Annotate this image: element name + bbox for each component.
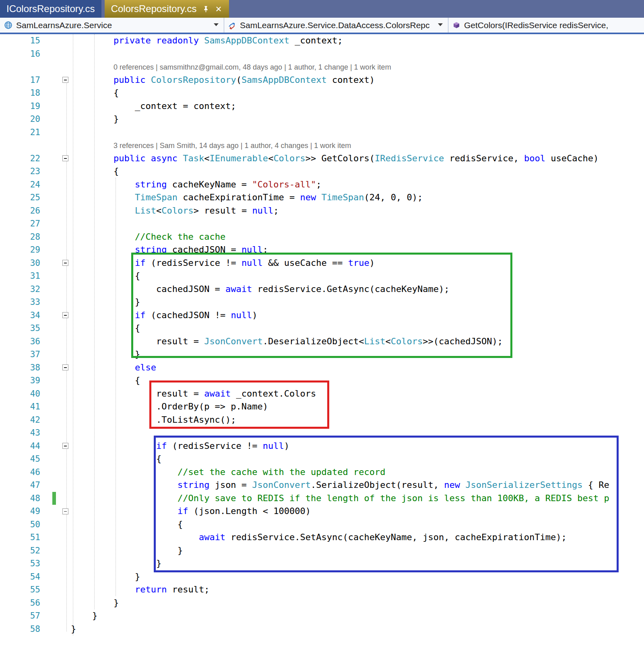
collapse-region-button[interactable]	[62, 312, 68, 318]
code-row[interactable]: 54 }	[0, 570, 644, 584]
code-text-cell[interactable]: //set the cache with the updated record	[71, 466, 644, 479]
code-text-cell[interactable]: if (redisService != null && useCache == …	[71, 257, 644, 270]
code-row[interactable]: 16	[0, 47, 644, 61]
code-row[interactable]: 23 {	[0, 165, 644, 178]
code-text-cell[interactable]: {	[71, 165, 644, 178]
code-text-cell[interactable]: }	[71, 596, 644, 610]
code-text-cell[interactable]: .ToListAsync();	[71, 413, 644, 427]
code-row[interactable]: 19 _context = context;	[0, 100, 644, 113]
pin-icon[interactable]	[202, 6, 209, 12]
code-editor[interactable]: 15 private readonly SamsAppDBContext _co…	[0, 34, 644, 656]
code-row[interactable]: 39 {	[0, 374, 644, 387]
code-text-cell[interactable]	[71, 47, 644, 61]
code-row[interactable]: 48 //Only save to REDIS if the length of…	[0, 492, 644, 505]
code-text-cell[interactable]: }	[71, 557, 644, 570]
code-row[interactable]: 28 //Check the cache	[0, 230, 644, 244]
code-text-cell[interactable]: }	[71, 623, 644, 636]
code-row[interactable]: 31 {	[0, 269, 644, 283]
code-text-cell[interactable]: //Only save to REDIS if the length of th…	[71, 492, 644, 505]
code-row[interactable]: 37 }	[0, 348, 644, 361]
code-text-cell[interactable]: await redisService.SetAsync(cacheKeyName…	[71, 531, 644, 544]
collapse-region-button[interactable]	[62, 155, 68, 161]
type-dropdown[interactable]: SamLearnsAzure.Service.DataAccess.Colors…	[224, 18, 448, 33]
code-row[interactable]: 45 {	[0, 452, 644, 466]
codelens-info[interactable]: 0 references | samsmithnz@gmail.com, 48 …	[114, 63, 391, 71]
codelens-row[interactable]: 3 references | Sam Smith, 14 days ago | …	[0, 139, 644, 152]
code-row[interactable]: 26 List<Colors> result = null;	[0, 204, 644, 218]
code-text-cell[interactable]: {	[71, 269, 644, 283]
collapse-region-button[interactable]	[62, 260, 68, 266]
code-row[interactable]: 18 {	[0, 86, 644, 100]
code-row[interactable]: 42 .ToListAsync();	[0, 413, 644, 427]
code-text-cell[interactable]: public async Task<IEnumerable<Colors>> G…	[71, 152, 644, 165]
code-text-cell[interactable]: if (json.Length < 100000)	[71, 505, 644, 518]
code-text-cell[interactable]: {	[71, 452, 644, 466]
code-row[interactable]: 35 {	[0, 322, 644, 335]
code-row[interactable]: 36 result = JsonConvert.DeserializeObjec…	[0, 335, 644, 348]
code-text-cell[interactable]: TimeSpan cacheExpirationTime = new TimeS…	[71, 191, 644, 204]
code-text-cell[interactable]: }	[71, 348, 644, 361]
code-row[interactable]: 15 private readonly SamsAppDBContext _co…	[0, 34, 644, 47]
code-row[interactable]: 24 string cacheKeyName = "Colors-all";	[0, 178, 644, 191]
project-dropdown[interactable]: SamLearnsAzure.Service	[0, 18, 224, 33]
code-text-cell[interactable]: }	[71, 570, 644, 584]
code-row[interactable]: 57 }	[0, 609, 644, 623]
code-row[interactable]: 38 else	[0, 361, 644, 374]
code-row[interactable]: 22 public async Task<IEnumerable<Colors>…	[0, 152, 644, 165]
code-text-cell[interactable]: string cachedJSON = null;	[71, 243, 644, 257]
collapse-region-button[interactable]	[62, 508, 68, 514]
code-row[interactable]: 44 if (redisService != null)	[0, 440, 644, 453]
code-row[interactable]: 27	[0, 217, 644, 230]
code-text-cell[interactable]: cachedJSON = await redisService.GetAsync…	[71, 283, 644, 296]
code-row[interactable]: 29 string cachedJSON = null;	[0, 243, 644, 257]
code-row[interactable]: 56 }	[0, 596, 644, 610]
collapse-region-button[interactable]	[62, 364, 68, 370]
code-row[interactable]: 20 }	[0, 113, 644, 126]
close-icon[interactable]: ×	[215, 4, 223, 14]
code-text-cell[interactable]: }	[71, 544, 644, 557]
member-dropdown[interactable]: GetColors(IRedisService redisService,	[448, 18, 644, 33]
code-row[interactable]: 46 //set the cache with the updated reco…	[0, 466, 644, 479]
code-text-cell[interactable]: if (cachedJSON != null)	[71, 309, 644, 322]
code-text-cell[interactable]	[71, 426, 644, 440]
code-text-cell[interactable]: result = JsonConvert.DeserializeObject<L…	[71, 335, 644, 348]
code-row[interactable]: 52 }	[0, 544, 644, 557]
code-row[interactable]: 43	[0, 426, 644, 440]
code-text-cell[interactable]: else	[71, 361, 644, 374]
code-row[interactable]: 21	[0, 126, 644, 139]
code-text-cell[interactable]: public ColorsRepository(SamsAppDBContext…	[71, 74, 644, 87]
code-row[interactable]: 53 }	[0, 557, 644, 570]
code-text-cell[interactable]: .OrderBy(p => p.Name)	[71, 400, 644, 413]
code-text-cell[interactable]	[71, 126, 644, 139]
code-text-cell[interactable]: //Check the cache	[71, 230, 644, 244]
code-text-cell[interactable]: {	[71, 374, 644, 387]
code-row[interactable]: 34 if (cachedJSON != null)	[0, 309, 644, 322]
code-text-cell[interactable]: private readonly SamsAppDBContext _conte…	[71, 34, 644, 47]
code-text-cell[interactable]: _context = context;	[71, 100, 644, 113]
code-text-cell[interactable]: {	[71, 518, 644, 531]
code-text-cell[interactable]: string cacheKeyName = "Colors-all";	[71, 178, 644, 191]
codelens-info[interactable]: 3 references | Sam Smith, 14 days ago | …	[114, 142, 351, 150]
tab-icolorsrepository[interactable]: IColorsRepository.cs	[0, 0, 101, 18]
code-row[interactable]: 50 {	[0, 518, 644, 531]
codelens-text-cell[interactable]: 3 references | Sam Smith, 14 days ago | …	[71, 139, 644, 152]
code-row[interactable]: 55 return result;	[0, 583, 644, 596]
code-text-cell[interactable]: {	[71, 86, 644, 100]
code-row[interactable]: 58}	[0, 623, 644, 636]
code-row[interactable]: 40 result = await _context.Colors	[0, 387, 644, 401]
code-text-cell[interactable]: return result;	[71, 583, 644, 596]
code-row[interactable]: 41 .OrderBy(p => p.Name)	[0, 400, 644, 413]
codelens-row[interactable]: 0 references | samsmithnz@gmail.com, 48 …	[0, 60, 644, 74]
code-row[interactable]: 25 TimeSpan cacheExpirationTime = new Ti…	[0, 191, 644, 204]
code-text-cell[interactable]: }	[71, 113, 644, 126]
collapse-region-button[interactable]	[62, 443, 68, 449]
collapse-region-button[interactable]	[62, 77, 68, 83]
code-row[interactable]: 33 }	[0, 296, 644, 309]
code-row[interactable]: 32 cachedJSON = await redisService.GetAs…	[0, 283, 644, 296]
code-row[interactable]: 47 string json = JsonConvert.SerializeOb…	[0, 479, 644, 492]
code-text-cell[interactable]: }	[71, 296, 644, 309]
code-row[interactable]: 17 public ColorsRepository(SamsAppDBCont…	[0, 74, 644, 87]
code-text-cell[interactable]: {	[71, 322, 644, 335]
code-text-cell[interactable]: if (redisService != null)	[71, 440, 644, 453]
code-text-cell[interactable]	[71, 217, 644, 230]
